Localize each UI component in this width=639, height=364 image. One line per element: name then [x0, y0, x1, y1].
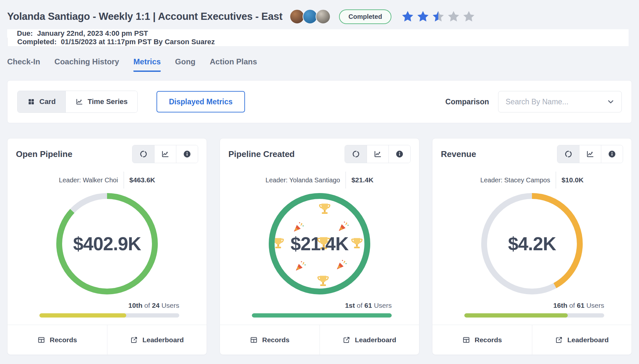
donut-chart-icon: [352, 150, 360, 158]
tab-check-in[interactable]: Check-In: [7, 57, 40, 72]
star-icon[interactable]: [462, 10, 475, 23]
records-label: Records: [50, 336, 77, 344]
line-chart-icon: [161, 150, 170, 158]
gauge-chart: $402.9K: [56, 193, 158, 294]
tab-action-plans[interactable]: Action Plans: [210, 57, 257, 72]
view-toggle-card-label: Card: [39, 98, 56, 106]
metric-card-open-pipeline: Open Pipeline Leader: Walker Choi $463.6…: [7, 138, 207, 355]
metric-card-pipeline-created: Pipeline Created Leader: Yolanda Santiag…: [220, 138, 419, 355]
rank-users-label: Users: [586, 302, 604, 309]
card-view-controls: [345, 145, 411, 163]
avatar[interactable]: [316, 9, 331, 24]
leaderboard-button[interactable]: Leaderboard: [320, 325, 419, 355]
rank-preposition: of: [357, 302, 363, 309]
tab-metrics[interactable]: Metrics: [133, 57, 161, 72]
divider: [124, 172, 124, 188]
info-button[interactable]: [176, 145, 198, 163]
line-chart-icon: [586, 150, 594, 158]
grid-icon: [27, 98, 35, 106]
donut-chart-icon: [564, 150, 573, 158]
rank-preposition: of: [144, 302, 150, 309]
records-button[interactable]: Records: [432, 325, 532, 355]
star-icon[interactable]: [432, 10, 445, 23]
info-button[interactable]: [388, 145, 410, 163]
status-badge: Completed: [339, 9, 391, 24]
leaderboard-button[interactable]: Leaderboard: [107, 325, 207, 355]
rank-progress-fill: [252, 313, 392, 318]
card-footer: Records Leaderboard: [7, 325, 207, 355]
leaderboard-label: Leaderboard: [567, 336, 609, 344]
meeting-meta: Due: January 22nd, 2023 4:00 pm PST Comp…: [7, 29, 632, 46]
page-header: Yolanda Santiago - Weekly 1:1 | Account …: [0, 0, 639, 46]
rank-total: 61: [364, 302, 372, 309]
gauge-chart: $21.4K: [269, 193, 370, 294]
rank-text: 1st of 61 Users: [228, 302, 411, 309]
leader-value: $10.0K: [562, 176, 584, 184]
rank-total: 24: [152, 302, 159, 309]
info-icon: [608, 150, 616, 158]
info-icon: [183, 150, 191, 158]
records-label: Records: [262, 336, 290, 344]
leaderboard-button[interactable]: Leaderboard: [532, 325, 632, 355]
rank-position: 16th: [553, 302, 567, 309]
star-icon[interactable]: [401, 10, 414, 23]
rank-total: 61: [577, 302, 584, 309]
rank-users-label: Users: [374, 302, 392, 309]
donut-chart-icon: [139, 150, 148, 158]
tab-gong[interactable]: Gong: [175, 57, 196, 72]
tab-coaching-history[interactable]: Coaching History: [54, 57, 119, 72]
leader-label: Leader: Yolanda Santiago: [265, 176, 340, 184]
records-button[interactable]: Records: [7, 325, 107, 355]
completed-value: 01/15/2023 at 11:17pm PST By Carson Suar…: [61, 38, 215, 46]
line-chart-icon: [75, 98, 83, 106]
rank-position: 1st: [345, 302, 355, 309]
comparison-placeholder: Search By Name...: [506, 98, 606, 106]
due-value: January 22nd, 2023 4:00 pm PST: [37, 29, 148, 38]
line-chart-icon: [374, 150, 382, 158]
info-button[interactable]: [601, 145, 623, 163]
view-toggle-time-series-label: Time Series: [88, 98, 128, 106]
comparison-select[interactable]: Search By Name...: [498, 91, 622, 112]
due-label: Due:: [17, 29, 33, 38]
table-icon: [250, 336, 258, 344]
external-link-icon: [555, 336, 563, 344]
info-icon: [395, 150, 404, 158]
card-title: Open Pipeline: [16, 149, 72, 159]
rank-progress-fill: [464, 313, 568, 318]
view-toggle-time-series[interactable]: Time Series: [65, 91, 137, 112]
rank-progress-track: [39, 313, 179, 318]
external-link-icon: [343, 336, 350, 344]
rank-progress-track: [464, 313, 604, 318]
rank-position: 10th: [129, 302, 143, 309]
card-title: Revenue: [441, 149, 476, 159]
records-button[interactable]: Records: [220, 325, 320, 355]
metric-card-revenue: Revenue Leader: Stacey Campos $10.0K $4.…: [432, 138, 632, 355]
table-icon: [462, 336, 470, 344]
card-footer: Records Leaderboard: [220, 325, 419, 355]
table-icon: [37, 336, 45, 344]
rank-preposition: of: [569, 302, 575, 309]
donut-view-button[interactable]: [557, 145, 579, 163]
trend-view-button[interactable]: [367, 145, 388, 163]
star-icon[interactable]: [447, 10, 460, 23]
metric-cards: Open Pipeline Leader: Walker Choi $463.6…: [0, 123, 639, 355]
leader-value: $463.6K: [129, 176, 155, 184]
donut-view-button[interactable]: [132, 145, 154, 163]
completed-label: Completed:: [17, 38, 57, 46]
view-toggle-card[interactable]: Card: [18, 91, 65, 112]
displayed-metrics-button[interactable]: Displayed Metrics: [156, 91, 245, 112]
divider: [556, 172, 556, 188]
rank-progress-track: [252, 313, 392, 318]
page-title: Yolanda Santiago - Weekly 1:1 | Account …: [7, 11, 282, 22]
metric-value: $402.9K: [56, 193, 158, 294]
leaderboard-label: Leaderboard: [143, 336, 184, 344]
card-view-controls: [557, 145, 623, 163]
rank-text: 16th of 61 Users: [441, 302, 623, 309]
trend-view-button[interactable]: [579, 145, 601, 163]
trend-view-button[interactable]: [154, 145, 176, 163]
donut-view-button[interactable]: [345, 145, 367, 163]
star-icon[interactable]: [416, 10, 429, 23]
card-title: Pipeline Created: [228, 149, 295, 159]
star-rating[interactable]: [401, 10, 475, 23]
avatar-group: [290, 9, 331, 24]
